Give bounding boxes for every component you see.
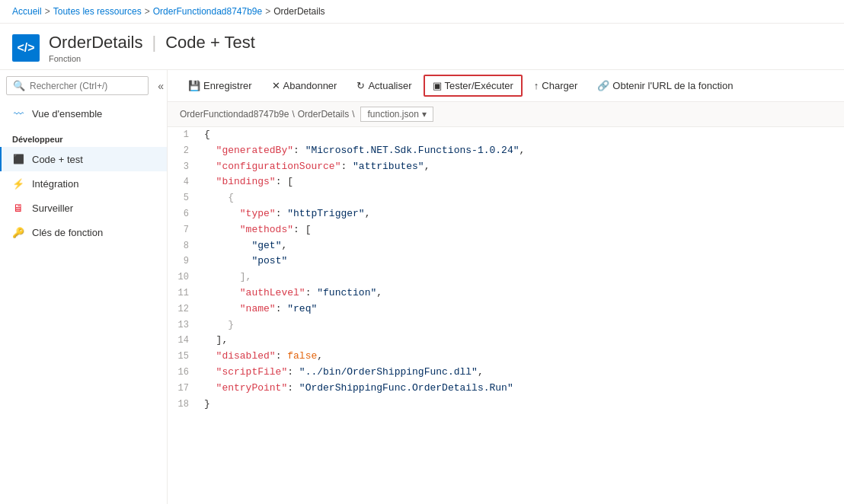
file-path-sep1: \ <box>292 109 294 120</box>
file-path-bar: OrderFunctiondad8747b9e \ OrderDetails \… <box>168 102 844 127</box>
file-path-part2: OrderDetails <box>298 109 349 120</box>
test-run-button[interactable]: ▣ Tester/Exécuter <box>424 75 523 97</box>
code-line-9: 9 "post" <box>168 254 844 270</box>
code-line-13: 13 } <box>168 317 844 333</box>
resource-type-label: Fonction <box>49 54 255 63</box>
code-editor: 1 { 2 "generatedBy": "Microsoft.NET.Sdk.… <box>168 127 844 504</box>
sidebar-item-overview-label: Vue d'ensemble <box>32 108 102 120</box>
code-line-17: 17 "entryPoint": "OrderShippingFunc.Orde… <box>168 381 844 397</box>
breadcrumb-function-app[interactable]: OrderFunctiondad8747b9e <box>153 6 262 17</box>
sidebar-item-code-test-label: Code + test <box>32 154 83 165</box>
sidebar-item-function-keys-label: Clés de fonction <box>32 227 103 238</box>
sidebar-item-integration-label: Intégration <box>32 178 78 190</box>
save-icon: 💾 <box>188 80 200 91</box>
test-run-icon: ▣ <box>433 80 442 91</box>
refresh-button[interactable]: ↻ Actualiser <box>348 75 420 96</box>
file-name: function.json <box>367 109 418 120</box>
sidebar-item-function-keys[interactable]: 🔑 Clés de fonction <box>0 220 167 244</box>
code-line-16: 16 "scriptFile": "../bin/OrderShippingFu… <box>168 365 844 381</box>
monitor-icon: 🖥 <box>12 202 24 214</box>
toolbar: 💾 Enregistrer ✕ Abandonner ↻ Actualiser … <box>168 70 844 102</box>
breadcrumb-all-resources[interactable]: Toutes les ressources <box>53 6 142 17</box>
main-layout: 🔍 « 〰 Vue d'ensemble Développeur ⬛ Code … <box>0 70 844 504</box>
page-header: </> OrderDetails | Code + Test Fonction <box>0 24 844 70</box>
code-line-18: 18 } <box>168 397 844 413</box>
sidebar-item-overview[interactable]: 〰 Vue d'ensemble <box>0 101 167 126</box>
code-line-1: 1 { <box>168 127 844 143</box>
file-path-sep2: \ <box>352 109 354 120</box>
code-line-4: 4 "bindings": [ <box>168 174 844 190</box>
code-line-12: 12 "name": "req" <box>168 301 844 317</box>
lightning-icon: ⚡ <box>12 177 24 190</box>
code-line-7: 7 "methods": [ <box>168 222 844 238</box>
code-line-8: 8 "get", <box>168 238 844 254</box>
breadcrumb-sep3: > <box>265 6 270 17</box>
file-selector[interactable]: function.json ▾ <box>360 107 433 122</box>
code-line-15: 15 "disabled": false, <box>168 349 844 365</box>
sidebar-item-code-test[interactable]: ⬛ Code + test <box>0 147 167 171</box>
breadcrumb-sep1: > <box>45 6 50 17</box>
refresh-icon: ↻ <box>356 80 365 91</box>
code-line-2: 2 "generatedBy": "Microsoft.NET.Sdk.Func… <box>168 143 844 159</box>
breadcrumb-sep2: > <box>145 6 150 17</box>
breadcrumb-home[interactable]: Accueil <box>12 6 42 17</box>
save-button[interactable]: 💾 Enregistrer <box>180 75 261 96</box>
discard-button[interactable]: ✕ Abandonner <box>264 75 346 96</box>
sidebar-item-integration[interactable]: ⚡ Intégration <box>0 171 167 196</box>
link-icon: 🔗 <box>597 80 609 91</box>
key-icon: 🔑 <box>12 226 24 238</box>
breadcrumb: Accueil > Toutes les ressources > OrderF… <box>0 0 844 24</box>
discard-icon: ✕ <box>272 80 280 91</box>
wave-icon: 〰 <box>12 107 24 120</box>
page-title: OrderDetails <box>49 33 142 53</box>
upload-button[interactable]: ↑ Charger <box>526 75 586 96</box>
code-line-5: 5 { <box>168 190 844 206</box>
code-line-11: 11 "authLevel": "function", <box>168 285 844 301</box>
file-path-part1: OrderFunctiondad8747b9e <box>180 109 289 120</box>
get-url-button[interactable]: 🔗 Obtenir l'URL de la fonction <box>589 75 741 96</box>
sidebar: 🔍 « 〰 Vue d'ensemble Développeur ⬛ Code … <box>0 70 168 504</box>
search-input[interactable] <box>30 81 142 91</box>
chevron-down-icon: ▾ <box>422 109 427 120</box>
search-icon: 🔍 <box>13 80 25 91</box>
search-box[interactable]: 🔍 <box>6 76 149 95</box>
content-area: 💾 Enregistrer ✕ Abandonner ↻ Actualiser … <box>168 70 844 504</box>
function-icon: </> <box>12 34 40 62</box>
upload-icon: ↑ <box>534 80 539 91</box>
page-subtitle: Code + Test <box>165 33 255 53</box>
sidebar-item-monitor-label: Surveiller <box>32 203 73 214</box>
code-line-6: 6 "type": "httpTrigger", <box>168 206 844 222</box>
developer-section-label: Développeur <box>0 126 167 147</box>
header-text: OrderDetails | Code + Test Fonction <box>49 33 255 63</box>
code-line-3: 3 "configurationSource": "attributes", <box>168 159 844 175</box>
sidebar-item-monitor[interactable]: 🖥 Surveiller <box>0 196 167 220</box>
breadcrumb-current: OrderDetails <box>273 6 324 17</box>
code-line-14: 14 ], <box>168 333 844 349</box>
code-icon: ⬛ <box>12 153 24 165</box>
code-line-10: 10 ], <box>168 270 844 285</box>
sidebar-collapse-button[interactable]: « <box>155 77 167 95</box>
